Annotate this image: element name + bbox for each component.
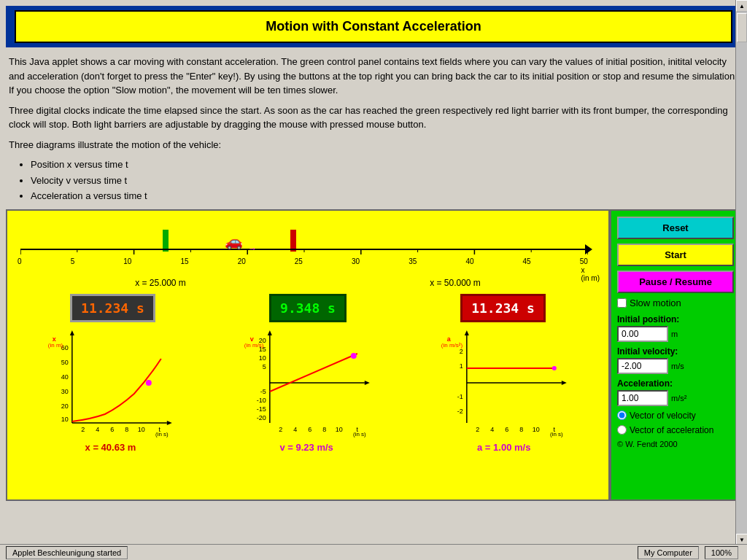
svg-text:2: 2 <box>279 426 282 433</box>
value-a: a = 1.00 m/s <box>477 442 530 453</box>
credit-text: © W. Fendt 2000 <box>617 440 734 448</box>
slow-motion-checkbox[interactable] <box>617 298 627 308</box>
initial-velocity-label: Initial velocity: <box>617 346 734 357</box>
initial-velocity-unit: m/s <box>671 362 684 370</box>
svg-text:(in s): (in s) <box>550 431 563 438</box>
svg-text:10: 10 <box>336 426 343 433</box>
diagram-list: Position x versus time t Velocity v vers… <box>31 158 738 203</box>
svg-text:(in m/s): (in m/s) <box>244 342 264 349</box>
list-item-3: Acceleration a versus time t <box>31 189 738 203</box>
track-area: 🚗 → 0 <box>13 217 603 275</box>
initial-position-unit: m <box>671 330 678 338</box>
scroll-up-btn[interactable]: ▲ <box>736 0 747 12</box>
scroll-thumb[interactable] <box>737 13 747 42</box>
acceleration-graph-svg: 2 1 -1 -2 2 4 6 8 10 t (in s) a <box>408 328 603 438</box>
svg-text:30: 30 <box>61 388 69 395</box>
svg-point-72 <box>552 366 557 370</box>
clock-green-barrier: 9.348 s <box>269 294 347 322</box>
svg-text:10: 10 <box>138 426 145 433</box>
svg-text:6: 6 <box>506 426 509 433</box>
list-item-2: Velocity v versus time t <box>31 174 738 188</box>
svg-text:4: 4 <box>293 426 297 433</box>
svg-text:(in s): (in s) <box>155 431 169 438</box>
page-title: Motion with Constant Acceleration <box>15 10 732 43</box>
statusbar: Applet Beschleunigung started My Compute… <box>0 544 747 560</box>
control-panel: Reset Start Pause / Resume Slow motion I… <box>610 209 741 501</box>
svg-text:(in s): (in s) <box>353 431 366 438</box>
initial-velocity-input[interactable] <box>617 358 668 374</box>
svg-text:1: 1 <box>460 362 463 370</box>
desc-p2: Three digital clocks indicate the time e… <box>9 104 738 132</box>
svg-text:6: 6 <box>308 426 311 433</box>
barrier-labels: x = 25.000 m x = 50.000 m <box>13 278 603 288</box>
acceleration-row: m/s² <box>617 390 734 406</box>
clock-red-barrier: 11.234 s <box>460 294 546 322</box>
x-label-0: 0 <box>18 257 22 265</box>
description-area: This Java applet shows a car moving with… <box>0 47 747 209</box>
svg-marker-56 <box>562 381 567 385</box>
car: 🚗 <box>225 233 243 250</box>
x-label-10: 10 <box>123 257 131 265</box>
position-graph-svg: 60 50 40 30 20 10 2 4 6 8 10 t (in s) <box>13 328 208 438</box>
x-label-5: 5 <box>71 257 75 265</box>
velocity-graph: 20 15 10 5 -5 -10 -15 -20 2 4 6 8 10 <box>211 328 406 438</box>
desc-p3: Three diagrams illustrate the motion of … <box>9 138 738 152</box>
x-axis-labels: 0 5 10 15 20 25 30 35 40 45 50 <box>18 257 588 265</box>
vector-velocity-label[interactable]: Vector of velocity <box>630 411 696 421</box>
vector-acceleration-label[interactable]: Vector of acceleration <box>630 425 713 435</box>
initial-position-input[interactable] <box>617 326 668 342</box>
vector-acceleration-radio[interactable] <box>617 425 627 435</box>
pause-resume-button[interactable]: Pause / Resume <box>617 271 734 293</box>
zoom-label: 100% <box>705 546 738 559</box>
vector-velocity-radio[interactable] <box>617 411 627 420</box>
svg-text:6: 6 <box>110 426 114 433</box>
svg-text:8: 8 <box>322 426 326 433</box>
svg-text:40: 40 <box>61 373 69 381</box>
x-label-30: 30 <box>352 257 360 265</box>
status-text: Applet Beschleunigung started <box>6 546 128 559</box>
scroll-track[interactable] <box>736 12 747 534</box>
svg-marker-33 <box>365 381 370 385</box>
value-x: x = 40.63 m <box>85 442 136 453</box>
value-v: v = 9.23 m/s <box>279 442 333 453</box>
acceleration-input[interactable] <box>617 390 668 406</box>
slow-motion-label[interactable]: Slow motion <box>630 298 681 308</box>
red-barrier-label: x = 50.000 m <box>430 278 481 288</box>
svg-text:(in m): (in m) <box>48 342 63 349</box>
main-area: 🚗 → 0 <box>6 209 741 501</box>
svg-text:8: 8 <box>520 426 524 433</box>
x-label-50: 50 <box>580 257 588 265</box>
acceleration-unit: m/s² <box>671 394 686 402</box>
svg-text:4: 4 <box>96 426 99 433</box>
svg-text:-20: -20 <box>256 414 266 421</box>
vector-velocity-row: Vector of velocity <box>617 411 734 421</box>
svg-text:2: 2 <box>476 426 480 433</box>
svg-text:-10: -10 <box>256 397 266 404</box>
svg-point-53 <box>351 353 357 359</box>
clock-elapsed: 11.234 s <box>70 294 155 322</box>
scrollbar[interactable]: ▲ ▼ <box>735 0 747 545</box>
x-label-45: 45 <box>523 257 531 265</box>
svg-text:-5: -5 <box>260 388 266 395</box>
svg-text:4: 4 <box>491 426 495 433</box>
simulation-panel: 🚗 → 0 <box>6 209 610 501</box>
title-bar: Motion with Constant Acceleration <box>6 6 741 47</box>
x-label-25: 25 <box>295 257 303 265</box>
start-button[interactable]: Start <box>617 244 734 266</box>
x-label-15: 15 <box>180 257 188 265</box>
initial-velocity-row: m/s <box>617 358 734 374</box>
svg-text:10: 10 <box>61 416 69 423</box>
graphs-row: 60 50 40 30 20 10 2 4 6 8 10 t (in s) <box>13 328 603 438</box>
green-barrier-label: x = 25.000 m <box>135 278 186 288</box>
svg-text:(in m/s²): (in m/s²) <box>441 342 463 349</box>
svg-line-52 <box>270 354 357 392</box>
svg-text:5: 5 <box>262 363 266 370</box>
values-row: x = 40.63 m v = 9.23 m/s a = 1.00 m/s <box>13 439 603 453</box>
svg-text:20: 20 <box>61 402 69 410</box>
reset-button[interactable]: Reset <box>617 217 734 239</box>
svg-text:2: 2 <box>460 348 463 355</box>
desc-p1: This Java applet shows a car moving with… <box>9 55 738 98</box>
svg-text:-2: -2 <box>457 408 463 415</box>
x-unit: x(in m) <box>581 266 600 282</box>
svg-text:2: 2 <box>81 426 85 433</box>
